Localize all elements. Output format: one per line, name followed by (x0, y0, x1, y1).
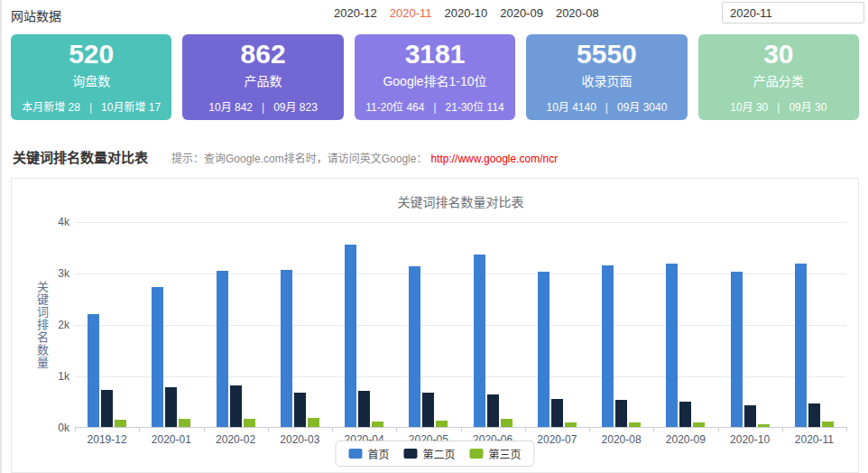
stat-value: 3181 (405, 41, 466, 68)
section-header: 关键词排名数量对比表 提示：查询Google.com排名时，请访问英文Googl… (13, 147, 859, 163)
tab-2020-10[interactable]: 2020-10 (444, 6, 487, 20)
bar-group (139, 222, 203, 427)
bar-series-2 (101, 390, 113, 427)
bar-series-2 (294, 393, 306, 427)
stat-sub-divider: | (262, 101, 264, 114)
legend-label: 第二页 (422, 446, 455, 461)
stat-sub-left: 本月新增 28 (22, 101, 80, 114)
stat-value: 520 (69, 41, 114, 68)
tab-2020-12[interactable]: 2020-12 (334, 6, 377, 20)
stat-value: 862 (241, 41, 286, 68)
stat-sub-right: 09月 823 (273, 101, 318, 114)
hint-link[interactable]: http://www.google.com/ncr (430, 153, 558, 165)
tab-2020-08[interactable]: 2020-08 (556, 6, 599, 20)
bar-series-3 (308, 418, 319, 427)
stat-sub: 11-20位 464|21-30位 114 (365, 98, 503, 114)
stat-sub: 10月 842|09月 823 (208, 98, 318, 114)
bar-series-2 (165, 387, 177, 427)
x-tick-label: 2019-12 (75, 433, 139, 446)
x-axis-tick (396, 427, 397, 431)
bar-series-2 (487, 394, 499, 427)
legend-swatch (470, 449, 484, 459)
bar-series-3 (565, 422, 577, 427)
stat-sub-right: 10月新增 17 (101, 101, 161, 114)
bar-series-3 (758, 424, 770, 427)
x-axis-tick (782, 427, 783, 431)
x-tick-label: 2020-01 (139, 433, 203, 446)
bar-series-1 (88, 314, 99, 427)
bar-series-3 (501, 419, 512, 427)
bar-group (782, 222, 846, 427)
legend-swatch (348, 449, 362, 459)
bar-series-3 (179, 419, 190, 427)
bar-group (268, 222, 332, 427)
stat-value: 5550 (577, 41, 637, 68)
bar-series-1 (217, 271, 228, 427)
bar-series-3 (629, 422, 641, 427)
x-axis-tick (332, 427, 333, 431)
stat-card-1: 862产品数10月 842|09月 823 (182, 34, 343, 120)
bar-series-2 (615, 400, 627, 427)
stat-card-0: 520询盘数本月新增 28|10月新增 17 (11, 34, 171, 120)
x-axis-tick (589, 427, 590, 431)
chart-title: 关键词排名数量对比表 (75, 192, 846, 210)
stat-sub-divider: | (777, 101, 780, 114)
bar-series-3 (822, 422, 834, 427)
date-tabs: 2020-122020-112020-102020-092020-08 (334, 6, 599, 20)
hint-prefix: 提示：查询Google.com排名时，请访问英文Google： (171, 153, 427, 165)
bar-group (332, 222, 396, 427)
y-tick-label: 0k (33, 422, 69, 434)
y-tick-label: 3k (33, 267, 69, 280)
bar-group (75, 222, 139, 427)
bar-group (718, 222, 782, 427)
legend-label: 第三页 (489, 446, 522, 461)
chart-plot: 0k1k2k3k4k关键词排名数量2019-122020-012020-0220… (75, 222, 846, 428)
stat-sub-right: 21-30位 114 (446, 101, 504, 114)
bar-group (396, 222, 460, 427)
header-bar: 网站数据 2020-122020-112020-102020-092020-08 (2, 0, 868, 27)
x-axis-tick (846, 427, 847, 431)
legend-item-1[interactable]: 首页 (348, 446, 389, 461)
stat-card-4: 30产品分类10月 30|09月 30 (698, 34, 859, 120)
bar-series-3 (436, 421, 448, 427)
tab-2020-11[interactable]: 2020-11 (390, 6, 432, 20)
stat-sub-left: 10月 30 (730, 101, 768, 114)
stat-card-3: 5550收录页面10月 4140|09月 3040 (526, 34, 687, 120)
bar-series-1 (666, 264, 678, 427)
x-axis-tick (525, 427, 526, 431)
bar-series-1 (731, 272, 743, 427)
bar-series-2 (679, 402, 691, 427)
bar-series-1 (602, 265, 614, 427)
x-tick-label: 2020-08 (589, 433, 653, 446)
bar-series-3 (244, 419, 255, 427)
stat-sub-divider: | (433, 101, 436, 114)
bar-series-1 (474, 255, 485, 427)
stat-label: 产品数 (245, 71, 282, 89)
x-axis-tick (653, 427, 654, 431)
y-tick-label: 4k (33, 216, 69, 228)
x-tick-label: 2020-02 (204, 433, 268, 446)
chart-container: 关键词排名数量对比表 0k1k2k3k4k关键词排名数量2019-122020-… (11, 178, 859, 473)
tab-2020-09[interactable]: 2020-09 (500, 6, 543, 20)
x-tick-label: 2020-03 (268, 433, 332, 446)
x-axis-tick (461, 427, 462, 431)
hint-text: 提示：查询Google.com排名时，请访问英文Google：http://ww… (171, 150, 558, 165)
bar-group (204, 222, 268, 427)
bar-series-3 (693, 422, 705, 427)
legend-item-2[interactable]: 第二页 (403, 446, 455, 461)
bar-series-1 (345, 245, 356, 427)
legend-item-3[interactable]: 第三页 (470, 446, 522, 461)
stat-sub-left: 11-20位 464 (365, 101, 424, 114)
x-axis-tick (268, 427, 269, 431)
stat-label: 收录页面 (581, 71, 632, 89)
stat-sub-right: 09月 3040 (617, 101, 667, 114)
x-axis-tick (718, 427, 719, 431)
legend-swatch (403, 449, 417, 459)
bar-series-2 (230, 385, 242, 427)
bar-series-2 (358, 391, 370, 427)
stat-sub-left: 10月 842 (208, 101, 253, 114)
stat-sub-divider: | (605, 101, 608, 114)
stat-label: Google排名1-10位 (383, 71, 486, 89)
bar-series-2 (422, 393, 434, 427)
date-input[interactable] (722, 2, 864, 23)
